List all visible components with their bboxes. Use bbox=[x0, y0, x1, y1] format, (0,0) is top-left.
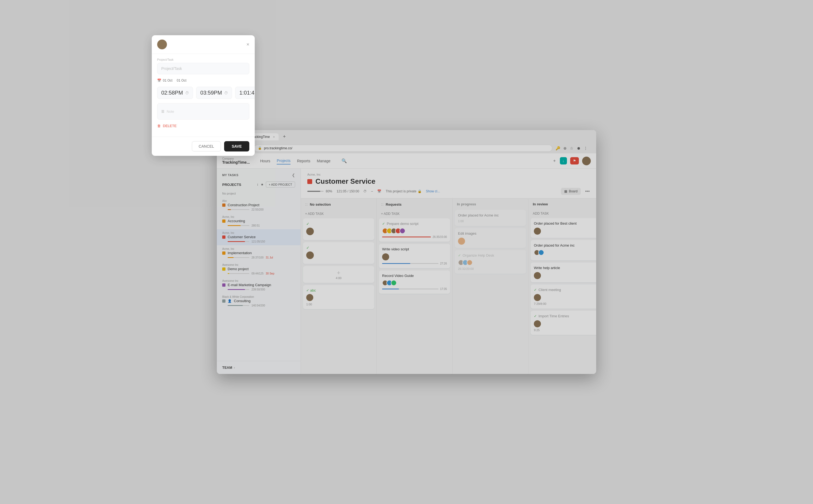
menu-icon[interactable]: ⋮ bbox=[584, 146, 588, 150]
save-button[interactable]: SAVE bbox=[224, 141, 249, 151]
project-more-btn[interactable]: ••• bbox=[585, 189, 590, 194]
header-right: ＋ ↓ ⚑ bbox=[552, 157, 591, 165]
note-placeholder: Note bbox=[167, 109, 174, 114]
project-task-field[interactable]: Project/Task bbox=[157, 63, 249, 74]
delete-label: DELETE bbox=[163, 124, 177, 128]
card-title: Prepare demo script bbox=[387, 222, 418, 226]
kanban-card-abc[interactable]: ✓ abc 1:00 bbox=[303, 285, 374, 309]
project-progress-pct: 80% bbox=[326, 189, 332, 193]
kanban-card[interactable]: ✓ bbox=[303, 218, 374, 240]
timer-modal-container: × Project/Task Project/Task 📅 01 Oct bbox=[152, 35, 255, 156]
card-progress-bar bbox=[382, 289, 438, 289]
check-icon: ✓ bbox=[458, 253, 461, 257]
sidebar-item-implementation[interactable]: Acme, Inc Implementation 28:37/100 31 Ju… bbox=[217, 245, 301, 261]
sidebar-item-email-campaign[interactable]: Awesome Inc E-mail Marketing Campaign 23… bbox=[217, 277, 301, 293]
add-task-no-selection[interactable]: + ADD TASK bbox=[305, 212, 324, 216]
nav-manage[interactable]: Manage bbox=[317, 158, 331, 164]
card-title: Order placed for Best client bbox=[534, 221, 596, 225]
favorite-projects-btn[interactable]: ★ bbox=[261, 183, 264, 186]
add-task-in-review[interactable]: ADD TASK bbox=[533, 212, 549, 215]
kanban-column-requests: :: Requests + ADD TASK ✓ bbox=[377, 198, 453, 374]
key-icon[interactable]: 🔑 bbox=[556, 146, 560, 150]
kanban-card[interactable]: ✓ bbox=[303, 242, 374, 264]
project-name: Implementation bbox=[222, 251, 295, 255]
card-time: 1:00 bbox=[458, 219, 523, 223]
kanban-col-header-requests: :: Requests bbox=[377, 198, 452, 210]
flag-btn[interactable]: ⚑ bbox=[570, 157, 579, 164]
timer-end-time[interactable]: 03:59PM ⏱ bbox=[196, 87, 232, 99]
kanban-card-plus[interactable]: + 4:00 bbox=[303, 266, 374, 283]
new-tab-button[interactable]: + bbox=[281, 133, 288, 141]
timer-delete-btn[interactable]: 🗑 DELETE bbox=[157, 124, 249, 128]
kanban-card-order-acme-review[interactable]: Order placed for Acme inc bbox=[531, 240, 596, 260]
check-icon: ✓ abc bbox=[306, 288, 371, 292]
kanban-card-record-video[interactable]: Record Video Guide bbox=[379, 270, 450, 294]
project-task-field-label: Project/Task bbox=[157, 58, 249, 61]
col-title-requests: Requests bbox=[386, 202, 402, 206]
note-icon: ☰ bbox=[161, 109, 164, 114]
kanban-card-order-best[interactable]: Order placed for Best client bbox=[531, 218, 596, 238]
project-meta: 28:37/100 31 Jul bbox=[222, 256, 295, 259]
cast-icon[interactable]: ⊕ bbox=[563, 146, 567, 150]
sidebar-item-demo[interactable]: Awesome Inc Demo project 09:44/125 30 Se… bbox=[217, 261, 301, 277]
project-title: Customer Service bbox=[315, 177, 375, 186]
duration-value: 1:01:43 bbox=[239, 90, 255, 96]
consulting-avatar: 👤 bbox=[228, 299, 232, 303]
lock-icon: 🔒 bbox=[258, 146, 262, 150]
kanban-card-prepare-demo[interactable]: ✓ Prepare demo script bbox=[379, 218, 450, 242]
board-view-btn[interactable]: ▦ Board bbox=[561, 188, 581, 195]
timer-date-row: 📅 01 Oct 01 Oct bbox=[157, 79, 249, 82]
timer-modal-header: × bbox=[152, 35, 255, 54]
kanban-card-write-video[interactable]: Write video script 27:26 bbox=[379, 244, 450, 268]
timer-note-field[interactable]: ☰ Note bbox=[157, 103, 249, 119]
sort-projects-btn[interactable]: ↕ bbox=[257, 183, 259, 186]
project-company-label: Acme, Inc bbox=[222, 247, 295, 250]
team-section[interactable]: TEAM › bbox=[217, 361, 301, 374]
nav-projects[interactable]: Projects bbox=[277, 157, 291, 164]
project-company-label: Black & White Corporation bbox=[222, 295, 295, 298]
sidebar-toggle-btn[interactable]: ❮ bbox=[292, 173, 295, 177]
timer-close-btn[interactable]: × bbox=[246, 42, 249, 47]
check-icon: ✓ bbox=[534, 288, 537, 292]
tab-close-btn[interactable]: × bbox=[273, 135, 275, 138]
project-progress-bar bbox=[228, 289, 249, 290]
card-avatar bbox=[467, 260, 473, 266]
search-button[interactable]: 🔍 bbox=[341, 158, 347, 163]
user-avatar[interactable] bbox=[582, 157, 591, 165]
card-time: 1:00 bbox=[306, 303, 371, 306]
profile-icon[interactable]: ⏺ bbox=[577, 146, 580, 150]
kanban-card-write-help[interactable]: Write help article bbox=[531, 263, 596, 282]
sidebar-item-accounting[interactable]: Acme, Inc Accounting 280:51 bbox=[217, 213, 301, 229]
header-plus-btn[interactable]: ＋ bbox=[552, 158, 557, 164]
card-meta: 27:26 bbox=[382, 262, 447, 265]
cancel-button[interactable]: CANCEL bbox=[192, 141, 221, 151]
project-hours: 280:51 bbox=[251, 224, 260, 227]
project-progress-fill bbox=[228, 289, 245, 290]
kanban-column-in-progress: In progress Order placed for Acme inc 1:… bbox=[453, 198, 528, 374]
card-progress-fill bbox=[382, 263, 410, 264]
show-closed-btn[interactable]: Show cl... bbox=[426, 189, 440, 193]
add-project-btn[interactable]: + ADD PROJECT bbox=[266, 182, 295, 188]
nav-hours[interactable]: Hours bbox=[260, 158, 270, 164]
kanban-card-organize-help[interactable]: ✓ Organize Help Desk 26:32/20:00 bbox=[455, 250, 526, 274]
card-avatar bbox=[538, 250, 544, 256]
kanban-card-edit-images[interactable]: Edit images bbox=[455, 228, 526, 248]
timer-start-time[interactable]: 02:58PM ⏱ bbox=[157, 87, 193, 99]
board-icon: ▦ bbox=[564, 189, 567, 193]
project-company-label: Acme, Inc bbox=[222, 231, 295, 234]
sidebar-item-construction[interactable]: Abc Construction Project 22:55/200 bbox=[217, 197, 301, 213]
project-company: Acme, Inc bbox=[307, 173, 590, 176]
kanban-card-order-acme[interactable]: Order placed for Acme inc 1:00 bbox=[455, 210, 526, 226]
projects-section-label: PROJECTS bbox=[222, 183, 241, 187]
kanban-card-import-time[interactable]: ✓ Import Time Entries 9:25 bbox=[531, 311, 596, 335]
nav-reports[interactable]: Reports bbox=[297, 158, 310, 164]
address-bar[interactable]: 🔒 pro.trackingtime.co/ bbox=[254, 145, 552, 152]
sidebar-item-consulting[interactable]: Black & White Corporation 👤 Consulting 1… bbox=[217, 293, 301, 309]
kanban-card-client-meeting[interactable]: ✓ Client meeting 7:29/8:00 bbox=[531, 285, 596, 309]
download-btn[interactable]: ↓ bbox=[560, 157, 567, 164]
sidebar-item-customer-service[interactable]: Acme, Inc Customer Service 121:05/150 bbox=[217, 229, 301, 245]
add-task-requests[interactable]: + ADD TASK bbox=[381, 212, 400, 216]
company-info: Company TrackingTime... bbox=[222, 157, 260, 164]
bookmark-icon[interactable]: ☆ bbox=[570, 146, 573, 150]
project-progress-bar bbox=[228, 241, 249, 242]
